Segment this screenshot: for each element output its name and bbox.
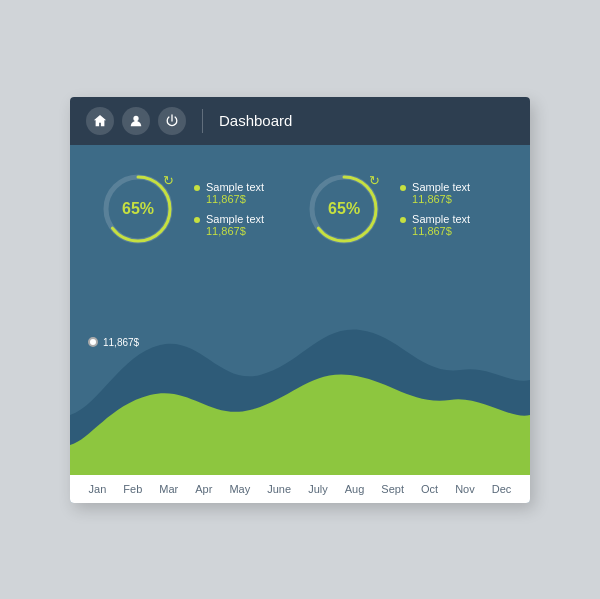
stat-item-1-0: Sample text 11,867$ <box>194 181 264 205</box>
stat-item-1-1: Sample text 11,867$ <box>194 213 264 237</box>
user-button[interactable] <box>122 107 150 135</box>
month-label: Aug <box>345 483 365 495</box>
month-label: Feb <box>123 483 142 495</box>
toolbar-divider <box>202 109 203 133</box>
toolbar-icons <box>86 107 186 135</box>
area-chart: 11,867$ <box>70 275 530 475</box>
month-label: Nov <box>455 483 475 495</box>
month-label: Dec <box>492 483 512 495</box>
stat-value: 11,867$ <box>206 193 264 205</box>
toolbar: Dashboard <box>70 97 530 145</box>
stat-dot <box>400 217 406 223</box>
stat-block-2: 65% ↻ Sample text 11,867$ Sample <box>304 169 470 249</box>
stat-value: 11,867$ <box>206 225 264 237</box>
stats-row: 65% ↻ Sample text 11,867$ Sample <box>70 145 530 265</box>
month-label: June <box>267 483 291 495</box>
stat-text-1: Sample text 11,867$ Sample text 11,867$ <box>194 181 264 237</box>
donut-label-1: 65% <box>122 200 154 218</box>
home-icon <box>93 114 107 128</box>
stat-label: Sample text <box>412 213 470 225</box>
stat-label: Sample text <box>206 213 264 225</box>
stat-dot <box>194 185 200 191</box>
donut-chart-1: 65% ↻ <box>98 169 178 249</box>
donut-label-2: 65% <box>328 200 360 218</box>
home-button[interactable] <box>86 107 114 135</box>
chart-marker-dot <box>88 337 98 347</box>
stat-info: Sample text 11,867$ <box>206 181 264 205</box>
month-label: Mar <box>159 483 178 495</box>
stat-dot <box>194 217 200 223</box>
toolbar-title: Dashboard <box>219 112 292 129</box>
month-label: May <box>229 483 250 495</box>
power-button[interactable] <box>158 107 186 135</box>
svg-point-0 <box>133 115 138 120</box>
month-label: Oct <box>421 483 438 495</box>
donut-chart-2: 65% ↻ <box>304 169 384 249</box>
stat-item-2-0: Sample text 11,867$ <box>400 181 470 205</box>
stat-label: Sample text <box>206 181 264 193</box>
donut-arrow-2: ↻ <box>369 173 380 188</box>
main-content: 65% ↻ Sample text 11,867$ Sample <box>70 145 530 503</box>
chart-marker: 11,867$ <box>88 337 139 348</box>
chart-marker-label: 11,867$ <box>103 337 139 348</box>
donut-arrow-1: ↻ <box>163 173 174 188</box>
stat-dot <box>400 185 406 191</box>
month-label: Apr <box>195 483 212 495</box>
dashboard-card: Dashboard 65% ↻ Sa <box>70 97 530 503</box>
user-icon <box>129 114 143 128</box>
month-label: July <box>308 483 328 495</box>
stat-info: Sample text 11,867$ <box>412 213 470 237</box>
stat-info: Sample text 11,867$ <box>412 181 470 205</box>
stat-value: 11,867$ <box>412 193 470 205</box>
stat-info: Sample text 11,867$ <box>206 213 264 237</box>
stat-block-1: 65% ↻ Sample text 11,867$ Sample <box>98 169 264 249</box>
month-label: Sept <box>381 483 404 495</box>
stat-value: 11,867$ <box>412 225 470 237</box>
stat-text-2: Sample text 11,867$ Sample text 11,867$ <box>400 181 470 237</box>
month-label: Jan <box>89 483 107 495</box>
stat-label: Sample text <box>412 181 470 193</box>
power-icon <box>165 114 179 128</box>
months-row: JanFebMarAprMayJuneJulyAugSeptOctNovDec <box>70 475 530 503</box>
stat-item-2-1: Sample text 11,867$ <box>400 213 470 237</box>
